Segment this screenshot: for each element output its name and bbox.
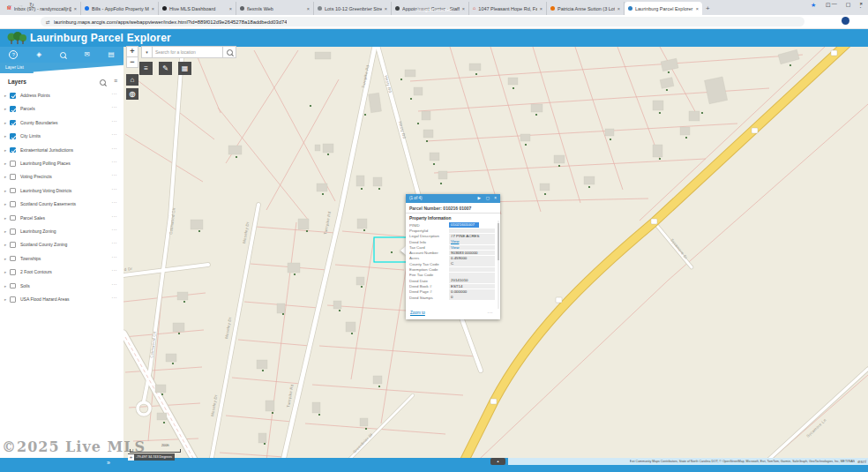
- panel-collapse-icon[interactable]: »: [107, 460, 110, 466]
- layer-menu-icon[interactable]: ···: [112, 91, 118, 96]
- attribution-expand-button[interactable]: ▴: [490, 458, 505, 465]
- expand-icon[interactable]: ▸: [4, 107, 6, 111]
- expand-icon[interactable]: ▸: [4, 175, 6, 179]
- layer-row-county-zoning: ▸Scotland County Zoning···: [0, 238, 123, 251]
- profile-avatar[interactable]: [842, 17, 849, 25]
- selected-text: 01021601007: [449, 222, 479, 228]
- layer-menu-icon[interactable]: ···: [112, 186, 118, 191]
- expand-icon[interactable]: ▸: [4, 284, 6, 288]
- layer-menu-icon[interactable]: ···: [112, 240, 118, 245]
- home-button[interactable]: ⌂: [126, 74, 138, 86]
- layer-row-townships: ▸Townships···: [0, 252, 123, 266]
- expand-icon[interactable]: ▸: [4, 202, 6, 206]
- layer-menu-icon[interactable]: ···: [112, 146, 118, 151]
- layer-menu-icon[interactable]: ···: [112, 104, 118, 109]
- layer-list-tab[interactable]: Layer List: [2, 64, 27, 71]
- search-source-dropdown[interactable]: ▾: [141, 46, 153, 58]
- scale-bar-label: 200ft: [161, 444, 168, 447]
- layer-label: USA Flood Hazard Areas: [20, 296, 70, 302]
- popup-row-propertyid: PropertyIid: [406, 228, 500, 233]
- layer-checkbox[interactable]: [10, 174, 16, 180]
- layer-checkbox[interactable]: [10, 147, 16, 154]
- layer-checkbox[interactable]: [10, 188, 16, 194]
- expand-icon[interactable]: ▸: [4, 216, 6, 221]
- layer-checkbox[interactable]: [10, 215, 16, 221]
- layer-checkbox[interactable]: [10, 242, 16, 248]
- expand-icon[interactable]: ▸: [4, 134, 6, 139]
- layer-checkbox[interactable]: [10, 296, 16, 303]
- layer-menu-icon[interactable]: ···: [112, 295, 118, 300]
- zoom-to-link[interactable]: Zoom to: [410, 311, 425, 315]
- popup-maximize-icon[interactable]: ▢: [486, 194, 490, 203]
- expand-icon[interactable]: ▸: [4, 121, 6, 125]
- layer-menu-icon[interactable]: ···: [112, 281, 118, 287]
- location-search-button[interactable]: [223, 46, 236, 58]
- expand-icon[interactable]: ▸: [4, 270, 6, 274]
- layer-checkbox[interactable]: [10, 256, 16, 262]
- search-icon[interactable]: [60, 52, 66, 58]
- expand-icon[interactable]: ▸: [4, 189, 6, 193]
- layer-menu-icon[interactable]: ···: [112, 199, 118, 205]
- view-link[interactable]: View: [449, 239, 495, 244]
- address-bar[interactable]: ⇄ laurinburg.maps.arcgis.com/apps/webapp…: [41, 17, 804, 26]
- expand-icon[interactable]: ▸: [4, 148, 6, 153]
- layers-filter-icon[interactable]: ≡: [114, 78, 117, 84]
- expand-icon[interactable]: ▸: [4, 94, 6, 98]
- basemap-gallery-button[interactable]: ▦: [178, 62, 191, 75]
- layer-checkbox[interactable]: [10, 161, 16, 167]
- layer-menu-icon[interactable]: ···: [112, 159, 118, 164]
- layer-menu-icon[interactable]: ···: [112, 254, 118, 259]
- envelope-icon[interactable]: ✉: [84, 51, 89, 58]
- popup-row-deed-date: Deed Date20141010: [406, 278, 500, 283]
- layer-checkbox[interactable]: [10, 269, 16, 275]
- layer-row-flood-hazard: ▸USA Flood Hazard Areas···: [0, 293, 123, 306]
- layer-label: Parcels: [20, 106, 35, 111]
- esri-logo: esri: [857, 459, 866, 464]
- layers-search-icon[interactable]: [100, 79, 106, 86]
- layer-menu-icon[interactable]: ···: [112, 131, 118, 137]
- expand-icon[interactable]: ▸: [4, 243, 6, 247]
- minimize-icon[interactable]: —: [832, 1, 837, 7]
- layer-checkbox[interactable]: [10, 120, 16, 126]
- layer-menu-icon[interactable]: ···: [112, 227, 118, 232]
- layer-menu-icon[interactable]: ···: [112, 267, 118, 273]
- layer-checkbox[interactable]: [10, 106, 16, 112]
- layer-menu-icon[interactable]: ···: [112, 172, 118, 177]
- layers-icon[interactable]: ◈: [36, 51, 41, 58]
- panel-tab-row: Layer List: [0, 63, 123, 73]
- layer-row-parcel-sales: ▸Parcel Sales···: [0, 212, 123, 225]
- popup-row-tax-card: Tax CardView: [406, 244, 500, 250]
- layer-checkbox[interactable]: [10, 93, 16, 99]
- url-text: laurinburg.maps.arcgis.com/apps/webappvi…: [54, 19, 288, 25]
- document-icon[interactable]: ▤: [108, 51, 115, 58]
- info-icon[interactable]: ?: [9, 50, 18, 59]
- layer-label: Laurinburg Polling Places: [20, 161, 71, 166]
- layer-checkbox[interactable]: [10, 201, 16, 207]
- expand-icon[interactable]: ▸: [4, 161, 6, 166]
- popup-more-icon[interactable]: ···: [488, 310, 494, 315]
- expand-icon[interactable]: ▸: [4, 297, 6, 302]
- layer-menu-icon[interactable]: ···: [112, 118, 118, 124]
- layer-label: Extraterritorial Jurisdictions: [20, 147, 73, 153]
- legend-button[interactable]: ≡: [139, 62, 153, 75]
- layer-checkbox[interactable]: [10, 133, 16, 139]
- layer-checkbox[interactable]: [10, 229, 16, 235]
- site-info-icon[interactable]: ⇄: [46, 19, 50, 25]
- expand-icon[interactable]: ▸: [4, 257, 6, 261]
- popup-row-acres: Acres0.459000: [406, 256, 500, 261]
- locate-button[interactable]: ◎: [126, 88, 138, 100]
- maximize-icon[interactable]: ▢: [846, 1, 851, 7]
- zoom-out-button[interactable]: −: [126, 56, 138, 68]
- popup-close-icon[interactable]: ×: [494, 194, 497, 203]
- draw-button[interactable]: ✎: [159, 62, 172, 75]
- layer-checkbox[interactable]: [10, 283, 16, 289]
- view-link[interactable]: View: [449, 245, 495, 251]
- popup-section-title: Property Information: [406, 214, 500, 222]
- expand-icon[interactable]: ▸: [4, 229, 6, 234]
- layer-menu-icon[interactable]: ···: [112, 214, 118, 219]
- popup-scrollbar-thumb[interactable]: [498, 223, 500, 260]
- layer-label: Parcel Sales: [20, 215, 45, 221]
- popup-next-icon[interactable]: ▶: [477, 194, 481, 203]
- layer-row-voting-precincts: ▸Voting Precincts···: [0, 170, 123, 184]
- location-search-input[interactable]: [153, 46, 223, 58]
